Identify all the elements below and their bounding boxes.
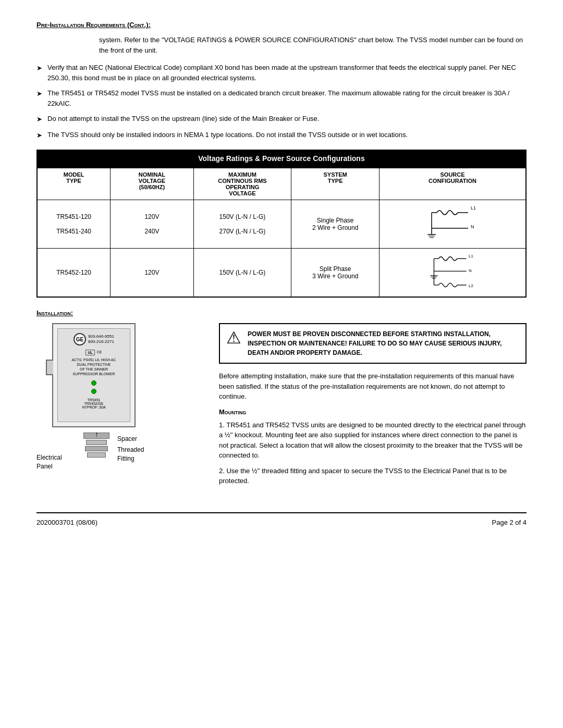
svg-text:L1: L1 bbox=[469, 254, 473, 258]
table-title: Voltage Ratings & Power Source Configura… bbox=[36, 150, 527, 167]
bullet-text-1: Verify that an NEC (National Electrical … bbox=[47, 63, 527, 83]
max-1b: 270V (L-N / L-G) bbox=[198, 228, 287, 235]
intro-paragraph: system. Refer to the "VOLTAGE RATINGS & … bbox=[99, 35, 527, 55]
led-1 bbox=[91, 380, 96, 386]
arrow-icon-3: ➤ bbox=[36, 114, 42, 125]
page-footer: 2020003701 (08/06) Page 2 of 4 bbox=[36, 512, 527, 532]
led-2 bbox=[91, 389, 96, 394]
warning-triangle-icon: ⚠ bbox=[226, 329, 241, 346]
svg-text:N: N bbox=[471, 224, 474, 229]
install-right-content: ⚠ POWER MUST BE PROVEN DISCONNECTED BEFO… bbox=[219, 323, 527, 491]
mounting-heading-text: Mounting bbox=[219, 408, 246, 416]
installation-content: GE 903-640-9551 800-216-2271 UL CE bbox=[36, 323, 527, 491]
source-col-2: L1 N bbox=[380, 249, 526, 298]
svg-text:N: N bbox=[469, 268, 472, 273]
system-col-2: Split Phase3 Wire + Ground bbox=[291, 249, 380, 298]
elec-panel-label: ElectricalPanel bbox=[36, 453, 62, 471]
table-header-row: MODELTYPE NOMINALVOLTAGE(50/60hZ) MAXIMU… bbox=[37, 168, 526, 200]
panel-box: GE 903-640-9551 800-216-2271 UL CE bbox=[52, 323, 136, 427]
wire-diagram-1: L1 N bbox=[384, 203, 521, 245]
warning-text: POWER MUST BE PROVEN DISCONNECTED BEFORE… bbox=[248, 329, 519, 357]
footer-left: 2020003701 (08/06) bbox=[36, 519, 97, 526]
bullet-item-3: ➤ Do not attempt to install the TVSS on … bbox=[36, 114, 527, 125]
source-col-1: L1 N bbox=[380, 200, 526, 249]
bullet-text-2: The TR5451 or TR5452 model TVSS must be … bbox=[47, 88, 527, 108]
bullet-text-3: Do not attempt to install the TVSS on th… bbox=[47, 114, 319, 124]
voltage-col-1: 120V 240V bbox=[111, 200, 193, 249]
table-row-2: TR5452-120 120V 150V (L-N / L-G) Split P… bbox=[37, 249, 526, 298]
arrow-icon-2: ➤ bbox=[36, 89, 42, 99]
svg-text:L2: L2 bbox=[469, 283, 473, 288]
voltage-table-wrapper: Voltage Ratings & Power Source Configura… bbox=[36, 150, 527, 298]
panel-bracket bbox=[46, 360, 53, 375]
panel-illustration: GE 903-640-9551 800-216-2271 UL CE bbox=[36, 323, 188, 485]
bullet-item-2: ➤ The TR5451 or TR5452 model TVSS must b… bbox=[36, 88, 527, 108]
thread-rect-3 bbox=[87, 452, 106, 458]
ul-listing: UL CE bbox=[85, 350, 102, 355]
led-indicators bbox=[91, 380, 96, 394]
voltage-col-2: 120V bbox=[111, 249, 193, 298]
arrow-icon-1: ➤ bbox=[36, 63, 42, 73]
installation-heading: Installation: bbox=[36, 309, 527, 317]
bullet-text-4: The TVSS should only be installed indoor… bbox=[47, 130, 408, 140]
voltage-1b: 240V bbox=[115, 228, 189, 235]
mounting-para-1: 1. TR5451 and TR5452 TVSS units are desi… bbox=[219, 420, 527, 461]
max-1a: 150V (L-N / L-G) bbox=[198, 213, 287, 220]
thread-rect-2 bbox=[85, 446, 108, 451]
col-header-source: SOURCECONFIGURATION bbox=[380, 168, 526, 200]
intro-text: system. Refer to the "VOLTAGE RATINGS & … bbox=[99, 36, 523, 54]
section-heading: Pre-Installation Requirements (Cont.): bbox=[36, 21, 527, 29]
col-header-max: MAXIMUMCONTINOUS RMSOPERATINGVOLTAGE bbox=[193, 168, 291, 200]
install-left-panel: GE 903-640-9551 800-216-2271 UL CE bbox=[36, 323, 203, 491]
mounting-para-2: 2. Use the ½" threaded fitting and space… bbox=[219, 466, 527, 486]
wire-diagram-2: L1 N bbox=[384, 252, 521, 293]
product-info: 903-640-9551 800-216-2271 bbox=[88, 334, 114, 344]
cert-text: CE bbox=[97, 350, 102, 354]
installation-heading-text: Installation: bbox=[36, 309, 73, 317]
system-col-1: Single Phase2 Wire + Ground bbox=[291, 200, 380, 249]
warning-box: ⚠ POWER MUST BE PROVEN DISCONNECTED BEFO… bbox=[219, 323, 527, 364]
voltage-table: MODELTYPE NOMINALVOLTAGE(50/60hZ) MAXIMU… bbox=[36, 167, 527, 298]
col-header-model: MODELTYPE bbox=[37, 168, 111, 200]
arrow-icon-4: ➤ bbox=[36, 130, 42, 141]
panel-inner: GE 903-640-9551 800-216-2271 UL CE bbox=[57, 328, 130, 422]
model-col-2: TR5452-120 bbox=[37, 249, 111, 298]
threaded-label: ThreadedFitting bbox=[117, 446, 144, 463]
svg-text:L1: L1 bbox=[471, 205, 476, 211]
install-body-text: Before attempting installation, make sur… bbox=[219, 371, 527, 402]
ge-logo-area: GE 903-640-9551 800-216-2271 bbox=[74, 333, 114, 346]
voltage-1a: 120V bbox=[115, 213, 189, 220]
col-header-nominal: NOMINALVOLTAGE(50/60hZ) bbox=[111, 168, 193, 200]
footer-right: Page 2 of 4 bbox=[492, 519, 527, 526]
model-col-1: TR5451-120 TR5451-240 bbox=[37, 200, 111, 249]
table-row-1: TR5451-120 TR5451-240 120V 240V 150V (L-… bbox=[37, 200, 526, 249]
spacer-label: Spacer bbox=[117, 435, 137, 442]
model-1b: TR5451-240 bbox=[42, 228, 106, 235]
model-1a: TR5451-120 bbox=[42, 213, 106, 220]
bullet-item-1: ➤ Verify that an NEC (National Electrica… bbox=[36, 63, 527, 83]
bullet-list: ➤ Verify that an NEC (National Electrica… bbox=[36, 63, 527, 140]
col-header-system: SYSTEMTYPE bbox=[291, 168, 380, 200]
bullet-item-4: ➤ The TVSS should only be installed indo… bbox=[36, 130, 527, 141]
max-col-1: 150V (L-N / L-G) 270V (L-N / L-G) bbox=[193, 200, 291, 249]
ge-circle: GE bbox=[74, 333, 86, 346]
mounting-heading: Mounting bbox=[219, 408, 527, 416]
spec-lines: ACTS: P3451 L6, HIGH AC DUAL PROTECTIVE … bbox=[71, 357, 116, 376]
model-label-inner: TR5451 TR5452/GE NTPROF: 30A bbox=[82, 398, 105, 409]
heading-text: Pre-Installation Requirements (Cont.): bbox=[36, 21, 151, 29]
max-col-2: 150V (L-N / L-G) bbox=[193, 249, 291, 298]
up-arrow: ↑ bbox=[95, 430, 99, 438]
page-content: Pre-Installation Requirements (Cont.): s… bbox=[36, 21, 527, 532]
installation-section: Installation: GE 903-640-9551 bbox=[36, 309, 527, 491]
thread-rect-1 bbox=[86, 440, 107, 445]
